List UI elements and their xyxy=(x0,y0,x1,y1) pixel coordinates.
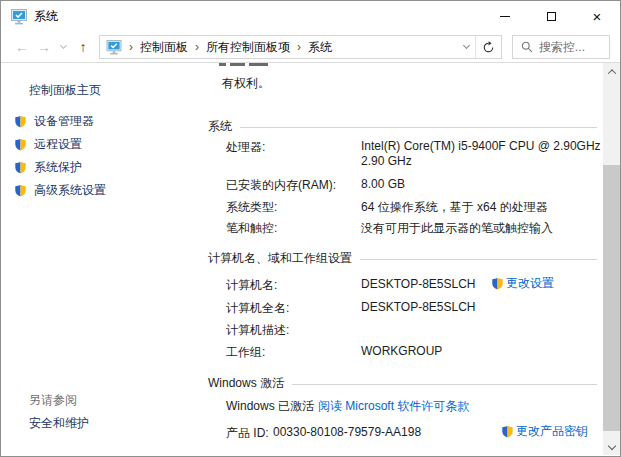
breadcrumb-system[interactable]: 系统 xyxy=(308,39,332,56)
copyright-text: 有权利。 xyxy=(222,75,270,92)
row-label: 系统类型: xyxy=(226,199,277,216)
chevron-down-icon xyxy=(59,42,66,49)
breadcrumb-separator-icon: › xyxy=(122,40,140,54)
refresh-button[interactable] xyxy=(475,36,501,58)
minimize-button[interactable] xyxy=(482,1,528,32)
title-bar: 系统 × xyxy=(1,1,620,32)
close-button[interactable]: × xyxy=(574,1,620,32)
row-label: 处理器: xyxy=(226,139,265,156)
uac-shield-icon xyxy=(501,425,514,438)
caption-controls: × xyxy=(482,1,620,32)
sidebar-item-security-and-maintenance[interactable]: 安全和维护 xyxy=(29,415,89,432)
chevron-down-icon xyxy=(462,42,469,49)
change-product-key-link[interactable]: 更改产品密钥 xyxy=(501,423,588,440)
search-icon xyxy=(521,41,533,53)
address-bar[interactable]: › 控制面板 › 所有控制面板项 › 系统 xyxy=(99,35,502,59)
row-value: DESKTOP-8E5SLCH xyxy=(361,300,476,314)
sidebar: 控制面板主页 设备管理器 远程设置 xyxy=(1,63,191,455)
section-title: 系统 xyxy=(208,118,232,135)
vertical-scrollbar[interactable] xyxy=(603,63,620,455)
breadcrumb-control-panel[interactable]: 控制面板 xyxy=(140,39,188,56)
back-icon: ← xyxy=(15,39,29,55)
main-content: 有权利。 系统 处理器: Intel(R) Core(TM) i5-9400F … xyxy=(191,63,603,455)
window-body: 控制面板主页 设备管理器 远程设置 xyxy=(1,63,620,455)
minimize-icon xyxy=(500,16,510,17)
maximize-button[interactable] xyxy=(528,1,574,32)
sidebar-item-system-protection[interactable]: 系统保护 xyxy=(14,156,106,179)
section-rule xyxy=(240,127,597,128)
scrollbar-thumb[interactable] xyxy=(603,165,620,431)
clipped-text-fragment xyxy=(249,63,268,66)
row-value: WORKGROUP xyxy=(361,344,442,358)
up-button[interactable]: ↑ xyxy=(71,35,95,59)
uac-shield-icon xyxy=(491,277,504,290)
section-title: Windows 激活 xyxy=(208,375,284,392)
row-value: DESKTOP-8E5SLCH xyxy=(361,277,476,291)
back-button[interactable]: ← xyxy=(11,35,33,59)
breadcrumb-all-items[interactable]: 所有控制面板项 xyxy=(206,39,290,56)
section-rule xyxy=(360,259,597,260)
row-label: 笔和触控: xyxy=(226,220,277,237)
sidebar-item-label: 高级系统设置 xyxy=(34,182,106,199)
section-header-windows-activation: Windows 激活 xyxy=(208,375,597,392)
product-id-value: 00330-80108-79579-AA198 xyxy=(273,425,421,439)
sidebar-item-control-panel-home[interactable]: 控制面板主页 xyxy=(29,82,101,99)
address-dropdown-button[interactable] xyxy=(457,36,475,58)
chevron-down-icon xyxy=(607,441,615,449)
row-label: 计算机名: xyxy=(226,277,277,294)
search-box[interactable] xyxy=(512,35,610,59)
window-title: 系统 xyxy=(34,8,58,25)
close-icon: × xyxy=(593,9,602,24)
section-title: 计算机名、域和工作组设置 xyxy=(208,250,352,267)
section-header-computer-name: 计算机名、域和工作组设置 xyxy=(208,250,597,267)
change-product-key-label: 更改产品密钥 xyxy=(516,423,588,440)
forward-icon: → xyxy=(37,39,51,55)
activation-status: Windows 已激活 xyxy=(226,398,314,415)
row-value: Intel(R) Core(TM) i5-9400F CPU @ 2.90GHz… xyxy=(361,139,603,169)
forward-button[interactable]: → xyxy=(33,35,55,59)
license-terms-link[interactable]: 阅读 Microsoft 软件许可条款 xyxy=(318,398,469,415)
chevron-up-icon xyxy=(607,69,615,77)
product-id-label: 产品 ID: xyxy=(226,425,269,442)
sidebar-item-label: 系统保护 xyxy=(34,159,82,176)
sidebar-task-list: 设备管理器 远程设置 系统保护 xyxy=(14,110,106,202)
section-header-system: 系统 xyxy=(208,118,597,135)
sidebar-item-remote-settings[interactable]: 远程设置 xyxy=(14,133,106,156)
refresh-icon xyxy=(482,41,495,54)
uac-shield-icon xyxy=(14,161,27,174)
sidebar-item-device-manager[interactable]: 设备管理器 xyxy=(14,110,106,133)
uac-shield-icon xyxy=(14,184,27,197)
search-input[interactable] xyxy=(539,40,599,54)
scroll-up-button[interactable] xyxy=(603,63,620,80)
breadcrumb-separator-icon: › xyxy=(188,40,206,54)
row-label: 已安装的内存(RAM): xyxy=(226,177,336,194)
system-monitor-icon xyxy=(11,9,27,25)
system-window: 系统 × ← → ↑ › 控制面板 › 所有控制面板项 › 系统 xyxy=(0,0,621,457)
row-label: 计算机描述: xyxy=(226,322,289,339)
row-value: 没有可用于此显示器的笔或触控输入 xyxy=(361,220,553,237)
see-also-header: 另请参阅 xyxy=(29,392,77,409)
row-value: 8.00 GB xyxy=(361,177,405,191)
sidebar-item-label: 设备管理器 xyxy=(34,113,94,130)
uac-shield-icon xyxy=(14,138,27,151)
change-settings-link[interactable]: 更改设置 xyxy=(491,275,554,292)
up-icon: ↑ xyxy=(80,39,87,55)
sidebar-item-label: 远程设置 xyxy=(34,136,82,153)
navigation-toolbar: ← → ↑ › 控制面板 › 所有控制面板项 › 系统 xyxy=(1,32,620,63)
row-label: 计算机全名: xyxy=(226,300,289,317)
clipped-text-fragment xyxy=(230,63,245,66)
clipped-text-fragment xyxy=(219,63,226,66)
row-value: 64 位操作系统，基于 x64 的处理器 xyxy=(361,199,548,216)
scroll-down-button[interactable] xyxy=(603,438,620,455)
maximize-icon xyxy=(547,12,556,21)
uac-shield-icon xyxy=(14,115,27,128)
row-label: 工作组: xyxy=(226,344,265,361)
system-monitor-icon-small xyxy=(106,40,122,55)
recent-locations-button[interactable] xyxy=(55,35,71,59)
section-rule xyxy=(292,384,597,385)
change-settings-label: 更改设置 xyxy=(506,275,554,292)
breadcrumb-separator-icon: › xyxy=(290,40,308,54)
sidebar-item-advanced-system-settings[interactable]: 高级系统设置 xyxy=(14,179,106,202)
